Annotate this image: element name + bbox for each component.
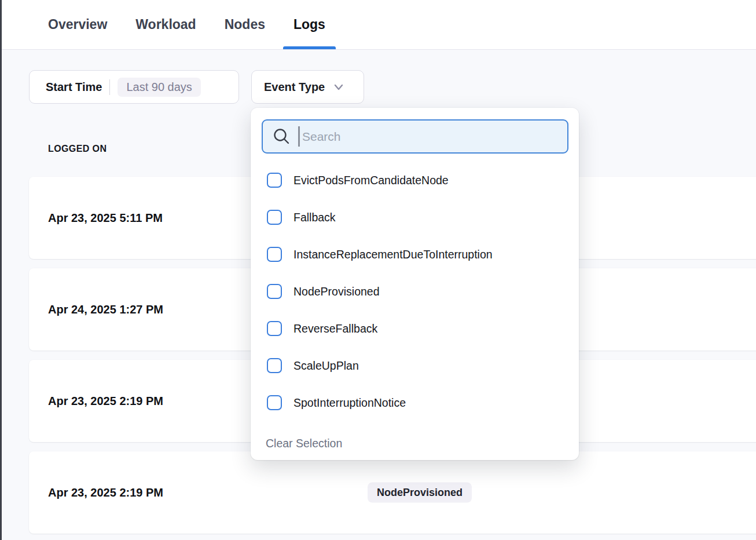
table-row[interactable]: Apr 23, 2025 2:19 PM NodeProvisioned xyxy=(29,451,756,534)
chevron-down-icon xyxy=(332,81,345,93)
option-scale-up-plan[interactable]: ScaleUpPlan xyxy=(251,347,579,384)
event-type-label: Event Type xyxy=(264,81,325,94)
option-label: ReverseFallback xyxy=(293,322,377,335)
event-type-filter[interactable]: Event Type xyxy=(251,70,364,104)
option-node-provisioned[interactable]: NodeProvisioned xyxy=(251,273,579,310)
tab-nodes[interactable]: Nodes xyxy=(214,0,276,49)
logged-on-value: Apr 23, 2025 2:19 PM xyxy=(48,395,163,408)
logged-on-value: Apr 23, 2025 2:19 PM xyxy=(48,486,163,499)
tab-bar: Overview Workload Nodes Logs xyxy=(0,0,756,50)
tab-workload[interactable]: Workload xyxy=(125,0,206,49)
option-label: NodeProvisioned xyxy=(293,285,380,298)
column-header-logged-on: LOGGED ON xyxy=(48,144,107,154)
checkbox[interactable] xyxy=(267,358,282,373)
tab-overview[interactable]: Overview xyxy=(38,0,118,49)
start-time-label: Start Time xyxy=(46,81,102,94)
checkbox[interactable] xyxy=(267,247,282,262)
checkbox[interactable] xyxy=(267,210,282,225)
event-type-dropdown: EvictPodsFromCandidateNode Fallback Inst… xyxy=(251,108,579,460)
search-field xyxy=(262,119,568,154)
search-input[interactable] xyxy=(262,119,568,154)
tabs: Overview Workload Nodes Logs xyxy=(38,0,756,49)
event-type-badge: NodeProvisioned xyxy=(368,483,472,503)
option-label: EvictPodsFromCandidateNode xyxy=(293,174,449,187)
logs-page: Overview Workload Nodes Logs Start Time … xyxy=(0,0,756,540)
option-label: SpotInterruptionNotice xyxy=(293,396,406,410)
start-time-value-chip: Last 90 days xyxy=(118,78,200,97)
option-spot-interruption-notice[interactable]: SpotInterruptionNotice xyxy=(251,384,579,421)
checkbox[interactable] xyxy=(267,395,282,410)
option-reverse-fallback[interactable]: ReverseFallback xyxy=(251,310,579,347)
logged-on-value: Apr 23, 2025 5:11 PM xyxy=(48,211,163,225)
option-evict-pods-from-candidate-node[interactable]: EvictPodsFromCandidateNode xyxy=(251,162,579,199)
option-label: Fallback xyxy=(293,211,336,224)
checkbox[interactable] xyxy=(267,173,282,188)
tab-logs[interactable]: Logs xyxy=(283,0,336,49)
clear-selection-button[interactable]: Clear Selection xyxy=(266,437,342,450)
event-type-options: EvictPodsFromCandidateNode Fallback Inst… xyxy=(251,162,579,421)
option-fallback[interactable]: Fallback xyxy=(251,199,579,236)
start-time-filter[interactable]: Start Time Last 90 days xyxy=(29,70,239,104)
option-instance-replacement-due-to-interruption[interactable]: InstanceReplacementDueToInterruption xyxy=(251,236,579,273)
checkbox[interactable] xyxy=(267,321,282,336)
checkbox[interactable] xyxy=(267,284,282,299)
option-label: InstanceReplacementDueToInterruption xyxy=(293,248,493,261)
logged-on-value: Apr 24, 2025 1:27 PM xyxy=(48,303,163,316)
option-label: ScaleUpPlan xyxy=(293,359,359,373)
filter-divider xyxy=(109,79,110,95)
window-left-border xyxy=(0,0,2,540)
